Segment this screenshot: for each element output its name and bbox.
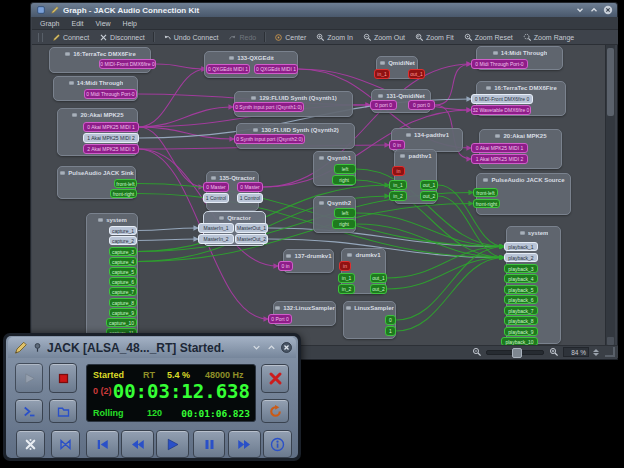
port-qmn-alsa-pout[interactable]: 0 port 0 [408,100,435,110]
scrollbar-thumb[interactable] [607,48,614,116]
refresh-button[interactable] [261,399,289,423]
transport-play-button[interactable] [156,430,189,458]
port-pad-jack-out1[interactable]: out_1 [420,180,438,190]
toolbar-zoom-range-button[interactable]: Zoom Range [519,32,578,43]
port-sys-pb-p5[interactable]: playback_5 [504,285,538,294]
zoom-percent-spinbox[interactable]: 84 % [563,347,589,357]
port-sys-cap-c2[interactable]: capture_2 [109,236,137,245]
port-ls-jack-o0[interactable]: 0 [385,315,396,325]
resize-grip[interactable] [605,347,615,357]
port-qxg-in[interactable]: 0 QXGEdit MIDI 1 [206,64,250,74]
pin-icon[interactable] [32,342,43,353]
toolbar-zoom-in-button[interactable]: Zoom In [312,32,357,43]
port-sys-cap-c9[interactable]: capture_9 [109,308,137,317]
port-dk-alsa-pin[interactable]: 0 in [278,261,293,271]
port-pad-jack-min[interactable]: in [392,166,405,176]
port-akai-in-m1[interactable]: 0 Akai MPK25 MIDI 1 [471,143,528,153]
port-dk-jack-out1[interactable]: out_1 [370,273,387,283]
port-pad-jack-out2[interactable]: out_2 [420,191,438,201]
port-sys-pb-p4[interactable]: playback_4 [504,274,538,283]
toolbar-center-button[interactable]: Center [270,32,310,43]
zoom-in-icon[interactable] [548,347,559,358]
port-fs2-in[interactable]: 0 Synth input port (Qsynth2:0) [234,134,305,144]
port-tt-in-p0[interactable]: 0 MIDI-Front DMX6fire 0 [471,94,533,104]
port-sys-cap-c4[interactable]: capture_4 [109,257,137,266]
graph-titlebar[interactable]: Graph - JACK Audio Connection Kit [31,3,617,17]
port-sys-pb-p7[interactable]: playback_7 [504,306,538,315]
port-mt-in-pin[interactable]: 0 Midi Through Port-0 [471,59,528,69]
zoom-slider-thumb[interactable] [512,348,522,358]
zoom-out-icon[interactable] [471,347,482,358]
port-qtr-jack-mo2[interactable]: MasterOut_2 [235,234,268,244]
patchbay-canvas[interactable]: 16:TerraTec DMX6Fire0 MIDI-Front DMX6fir… [32,45,609,347]
port-qtr-alsa-l1[interactable]: 1 Control [203,193,229,203]
menu-graph[interactable]: Graph [35,19,64,28]
setup-button[interactable] [16,430,45,458]
port-sys-cap-c1[interactable]: capture_1 [109,226,137,235]
port-ls-alsa-pin[interactable]: 0 Port 0 [268,314,292,324]
port-sys-pb-p3[interactable]: playback_3 [504,264,538,273]
port-pa-sink-fr[interactable]: front-right [110,189,137,198]
transport-backward-button[interactable] [121,430,154,458]
minimize-button[interactable] [574,5,585,16]
session-button[interactable] [49,399,77,423]
about-button[interactable] [263,430,292,458]
port-ls-jack-o1[interactable]: 1 [385,326,396,336]
transport-pause-button[interactable] [193,430,225,458]
port-qmn-app-in1[interactable]: in_1 [374,69,390,79]
port-akai-in-m2[interactable]: 1 Akai MPK25 MIDI 2 [471,154,528,164]
port-sys-cap-c8[interactable]: capture_8 [109,298,137,307]
qjackctl-close-icon[interactable] [281,342,292,353]
toolbar-zoom-out-button[interactable]: Zoom Out [359,32,409,43]
patchbay-button[interactable] [51,430,80,458]
scrollbar-down-button[interactable] [607,337,614,345]
port-dk-jack-in1[interactable]: in_1 [338,273,355,283]
qjackctl-titlebar[interactable]: JACK [ALSA_48..._RT] Started. [8,337,296,358]
port-sys-cap-c7[interactable]: capture_7 [109,287,137,296]
port-fs1-in[interactable]: 0 Synth input port (Qsynth1:0) [233,102,304,112]
port-pad-jack-in1[interactable]: in_1 [389,180,407,190]
toolbar-undo-connect-button[interactable]: Undo Connect [159,32,223,43]
port-sys-cap-c6[interactable]: capture_6 [109,277,137,286]
port-akai-out-m3[interactable]: 2 Akai MPK25 MIDI 3 [83,144,139,154]
port-qs1-left[interactable]: left [334,164,356,174]
port-qxg-out[interactable]: 0 QXGEdit MIDI 1 [254,64,298,74]
port-pa-sink-fl[interactable]: front-left [114,179,137,188]
transport-rewind-button[interactable] [86,430,119,458]
port-akai-out-m2[interactable]: 1 Akai MPK25 MIDI 2 [83,133,139,143]
port-tt-in-wav[interactable]: 32 Wavetable DMX6fire 0 [471,105,531,115]
port-sys-pb-p6[interactable]: playback_6 [504,295,538,304]
menu-help[interactable]: Help [118,19,142,28]
quit-button[interactable] [261,364,289,393]
menu-edit[interactable]: Edit [66,19,88,28]
port-pa-src-fl[interactable]: front-left [473,188,498,197]
port-qmn-alsa-pin[interactable]: 0 port 0 [370,100,397,110]
transport-forward-button[interactable] [228,430,261,458]
menu-view[interactable]: View [91,19,116,28]
port-qtr-alsa-l0[interactable]: 0 Master [203,182,229,192]
port-sys-pb-p9[interactable]: playback_9 [504,327,538,336]
port-mt-out-p0[interactable]: 0 Midi Through Port-0 [84,89,137,99]
port-dk-jack-min[interactable]: in [339,261,351,271]
port-sys-pb-p8[interactable]: playback_8 [504,316,538,325]
port-dk-jack-in2[interactable]: in_2 [338,284,355,294]
port-qmn-app-out1[interactable]: out_1 [408,69,425,79]
toolbar-zoom-fit-button[interactable]: Zoom Fit [411,32,458,43]
port-tt-out-p0[interactable]: 0 MIDI-Front DMX6fire 0 [99,59,156,69]
port-dk-jack-out2[interactable]: out_2 [370,284,387,294]
window-menu-icon[interactable] [35,5,46,16]
toolbar-zoom-reset-button[interactable]: Zoom Reset [460,32,517,43]
port-sys-cap-c5[interactable]: capture_5 [109,267,137,276]
stop-button[interactable] [49,363,77,393]
port-qtr-jack-mo1[interactable]: MasterOut_1 [235,223,268,233]
close-button[interactable] [602,5,613,16]
toolbar-redo-button[interactable]: Redo [224,32,260,43]
shade-icon[interactable] [251,342,262,353]
toolbar-connect-button[interactable]: Connect [48,32,93,43]
port-sys-pb-p2[interactable]: playback_2 [504,253,538,262]
vertical-scrollbar[interactable] [605,45,615,347]
port-qtr-alsa-r0[interactable]: 0 Master [237,182,263,192]
port-akai-out-m1[interactable]: 0 Akai MPK25 MIDI 1 [83,122,139,132]
port-qtr-alsa-r1[interactable]: 1 Control [237,193,263,203]
messages-button[interactable] [15,399,43,423]
